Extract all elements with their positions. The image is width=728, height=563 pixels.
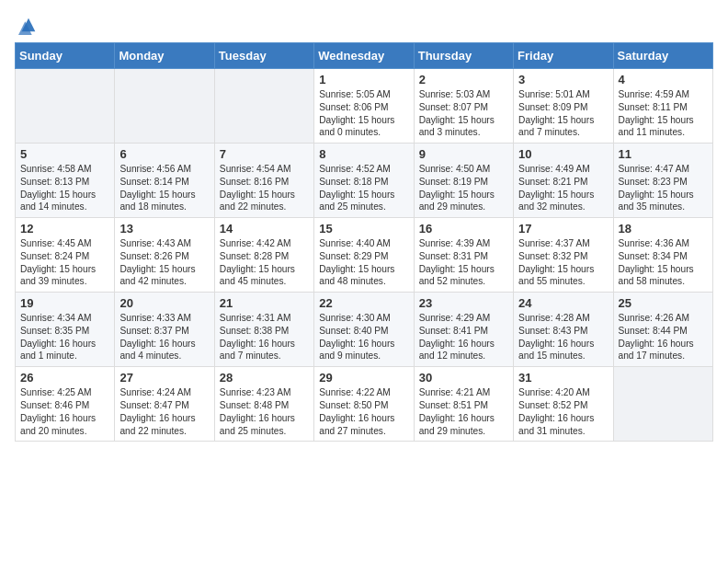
cell-content: Sunrise: 4:22 AMSunset: 8:50 PMDaylight:…: [319, 386, 408, 437]
day-number: 26: [20, 371, 109, 385]
calendar-wrapper: SundayMondayTuesdayWednesdayThursdayFrid…: [0, 42, 728, 449]
sunset-text: Sunset: 8:23 PM: [619, 176, 708, 189]
sunrise-text: Sunrise: 4:47 AM: [619, 163, 708, 176]
cell-content: Sunrise: 5:05 AMSunset: 8:06 PMDaylight:…: [319, 88, 408, 139]
daylight-text: Daylight: 15 hours and 42 minutes.: [119, 263, 209, 289]
daylight-text: Daylight: 16 hours and 12 minutes.: [419, 338, 508, 363]
calendar-cell: 18Sunrise: 4:36 AMSunset: 8:34 PMDayligh…: [613, 218, 712, 293]
weekday-header-saturday: Saturday: [613, 43, 712, 69]
daylight-text: Daylight: 15 hours and 29 minutes.: [419, 189, 508, 214]
daylight-text: Daylight: 15 hours and 0 minutes.: [319, 114, 408, 140]
day-number: 5: [20, 147, 109, 161]
cell-content: Sunrise: 4:31 AMSunset: 8:38 PMDaylight:…: [220, 312, 309, 362]
calendar-cell: 31Sunrise: 4:20 AMSunset: 8:52 PMDayligh…: [514, 367, 613, 442]
sunset-text: Sunset: 8:32 PM: [518, 250, 608, 263]
daylight-text: Daylight: 16 hours and 29 minutes.: [419, 412, 508, 438]
sunset-text: Sunset: 8:51 PM: [419, 399, 508, 412]
cell-content: Sunrise: 4:49 AMSunset: 8:21 PMDaylight:…: [518, 163, 608, 213]
daylight-text: Daylight: 16 hours and 25 minutes.: [220, 412, 309, 438]
weekday-header-monday: Monday: [115, 43, 214, 69]
day-number: 4: [619, 73, 708, 86]
weekday-header-sunday: Sunday: [16, 43, 115, 69]
cell-content: Sunrise: 4:28 AMSunset: 8:43 PMDaylight:…: [518, 312, 608, 362]
cell-content: Sunrise: 5:03 AMSunset: 8:07 PMDaylight:…: [419, 88, 508, 139]
sunrise-text: Sunrise: 4:52 AM: [319, 163, 408, 176]
sunset-text: Sunset: 8:19 PM: [419, 176, 508, 189]
daylight-text: Daylight: 16 hours and 1 minute.: [20, 338, 109, 363]
sunrise-text: Sunrise: 4:30 AM: [319, 312, 408, 325]
cell-content: Sunrise: 4:47 AMSunset: 8:23 PMDaylight:…: [619, 163, 708, 213]
day-number: 27: [119, 371, 209, 385]
page: SundayMondayTuesdayWednesdayThursdayFrid…: [0, 0, 728, 563]
day-number: 2: [419, 73, 508, 86]
calendar-cell: 27Sunrise: 4:24 AMSunset: 8:47 PMDayligh…: [115, 367, 214, 442]
day-number: 17: [518, 222, 608, 236]
calendar-cell: 25Sunrise: 4:26 AMSunset: 8:44 PMDayligh…: [613, 293, 712, 367]
calendar-cell: 10Sunrise: 4:49 AMSunset: 8:21 PMDayligh…: [514, 144, 613, 218]
sunset-text: Sunset: 8:21 PM: [518, 176, 608, 189]
daylight-text: Daylight: 15 hours and 22 minutes.: [220, 189, 309, 214]
day-number: 20: [119, 296, 209, 310]
daylight-text: Daylight: 16 hours and 7 minutes.: [220, 338, 309, 363]
sunrise-text: Sunrise: 4:54 AM: [220, 163, 309, 176]
weekday-header-thursday: Thursday: [414, 43, 513, 69]
cell-content: Sunrise: 4:54 AMSunset: 8:16 PMDaylight:…: [220, 163, 309, 213]
calendar-cell: [115, 69, 214, 144]
daylight-text: Daylight: 15 hours and 14 minutes.: [20, 189, 109, 214]
sunrise-text: Sunrise: 4:42 AM: [220, 237, 309, 250]
cell-content: Sunrise: 4:36 AMSunset: 8:34 PMDaylight:…: [619, 237, 708, 288]
day-number: 7: [220, 147, 309, 161]
calendar-cell: 5Sunrise: 4:58 AMSunset: 8:13 PMDaylight…: [16, 144, 115, 218]
calendar-cell: 28Sunrise: 4:23 AMSunset: 8:48 PMDayligh…: [214, 367, 313, 442]
sunrise-text: Sunrise: 4:59 AM: [619, 88, 708, 101]
cell-content: Sunrise: 4:45 AMSunset: 8:24 PMDaylight:…: [20, 237, 109, 288]
daylight-text: Daylight: 15 hours and 7 minutes.: [518, 114, 608, 140]
sunset-text: Sunset: 8:06 PM: [319, 101, 408, 114]
sunrise-text: Sunrise: 4:49 AM: [518, 163, 608, 176]
calendar-cell: 20Sunrise: 4:33 AMSunset: 8:37 PMDayligh…: [115, 293, 214, 367]
day-number: 30: [419, 371, 508, 385]
sunset-text: Sunset: 8:16 PM: [220, 176, 309, 189]
week-row-4: 19Sunrise: 4:34 AMSunset: 8:35 PMDayligh…: [16, 293, 713, 367]
sunrise-text: Sunrise: 4:21 AM: [419, 386, 508, 399]
calendar-cell: 9Sunrise: 4:50 AMSunset: 8:19 PMDaylight…: [414, 144, 513, 218]
sunset-text: Sunset: 8:46 PM: [20, 399, 109, 412]
daylight-text: Daylight: 16 hours and 15 minutes.: [518, 338, 608, 363]
sunset-text: Sunset: 8:31 PM: [419, 250, 508, 263]
cell-content: Sunrise: 4:21 AMSunset: 8:51 PMDaylight:…: [419, 386, 508, 437]
cell-content: Sunrise: 4:40 AMSunset: 8:29 PMDaylight:…: [319, 237, 408, 288]
sunset-text: Sunset: 8:11 PM: [619, 101, 708, 114]
daylight-text: Daylight: 16 hours and 31 minutes.: [518, 412, 608, 438]
sunrise-text: Sunrise: 4:34 AM: [20, 312, 109, 325]
calendar-cell: 3Sunrise: 5:01 AMSunset: 8:09 PMDaylight…: [514, 69, 613, 144]
sunrise-text: Sunrise: 4:40 AM: [319, 237, 408, 250]
calendar-cell: 14Sunrise: 4:42 AMSunset: 8:28 PMDayligh…: [214, 218, 313, 293]
day-number: 19: [20, 296, 109, 310]
cell-content: Sunrise: 4:58 AMSunset: 8:13 PMDaylight:…: [20, 163, 109, 213]
cell-content: Sunrise: 4:34 AMSunset: 8:35 PMDaylight:…: [20, 312, 109, 362]
cell-content: Sunrise: 4:43 AMSunset: 8:26 PMDaylight:…: [119, 237, 209, 288]
weekday-header-tuesday: Tuesday: [214, 43, 313, 69]
sunrise-text: Sunrise: 4:29 AM: [419, 312, 508, 325]
day-number: 10: [518, 147, 608, 161]
cell-content: Sunrise: 4:26 AMSunset: 8:44 PMDaylight:…: [619, 312, 708, 362]
day-number: 25: [619, 296, 708, 310]
day-number: 16: [419, 222, 508, 236]
calendar-cell: 6Sunrise: 4:56 AMSunset: 8:14 PMDaylight…: [115, 144, 214, 218]
cell-content: Sunrise: 4:30 AMSunset: 8:40 PMDaylight:…: [319, 312, 408, 362]
calendar-cell: 23Sunrise: 4:29 AMSunset: 8:41 PMDayligh…: [414, 293, 513, 367]
day-number: 6: [119, 147, 209, 161]
sunset-text: Sunset: 8:07 PM: [419, 101, 508, 114]
cell-content: Sunrise: 4:56 AMSunset: 8:14 PMDaylight:…: [119, 163, 209, 213]
cell-content: Sunrise: 4:25 AMSunset: 8:46 PMDaylight:…: [20, 386, 109, 437]
sunset-text: Sunset: 8:50 PM: [319, 399, 408, 412]
sunrise-text: Sunrise: 5:05 AM: [319, 88, 408, 101]
calendar-cell: 11Sunrise: 4:47 AMSunset: 8:23 PMDayligh…: [613, 144, 712, 218]
week-row-5: 26Sunrise: 4:25 AMSunset: 8:46 PMDayligh…: [16, 367, 713, 442]
calendar-cell: 12Sunrise: 4:45 AMSunset: 8:24 PMDayligh…: [16, 218, 115, 293]
day-number: 15: [319, 222, 408, 236]
sunset-text: Sunset: 8:47 PM: [119, 399, 209, 412]
sunrise-text: Sunrise: 4:23 AM: [220, 386, 309, 399]
day-number: 14: [220, 222, 309, 236]
daylight-text: Daylight: 16 hours and 20 minutes.: [20, 412, 109, 438]
